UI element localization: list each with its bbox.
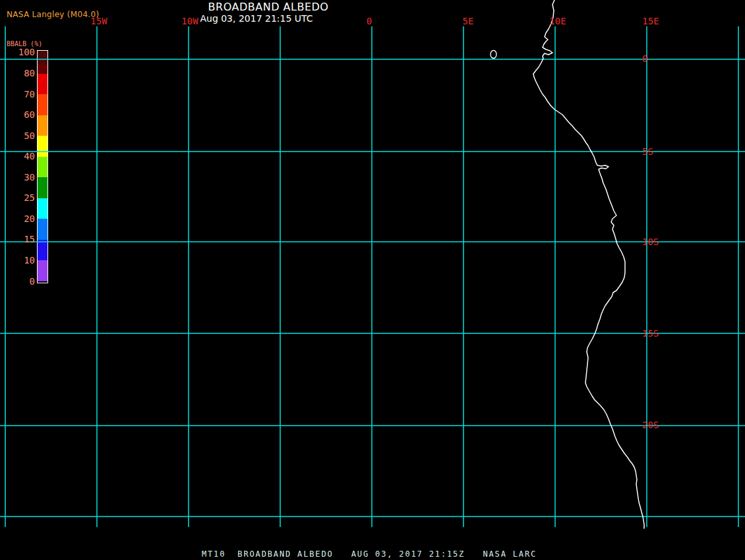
colorbar-tick-label: 80 xyxy=(11,69,35,78)
colorbar-tick-label: 40 xyxy=(11,152,35,161)
colorbar-tick-label: 50 xyxy=(11,131,35,141)
latitude-tick-label: 10S xyxy=(642,237,659,247)
albedo-map-view: NASA Langley (M04.0) BROADBAND ALBEDO Au… xyxy=(0,0,745,560)
colorbar-tick-label: 25 xyxy=(11,193,35,203)
colorbar-tick-label: 70 xyxy=(11,90,35,99)
colorbar-tick-label: 20 xyxy=(11,214,35,224)
colorbar-tick-label: 60 xyxy=(11,110,35,120)
longitude-tick-label: 15W xyxy=(90,16,107,26)
longitude-tick-label: 10E xyxy=(549,16,566,26)
latitude-tick-label: 5S xyxy=(642,146,653,157)
latitude-tick-label: 20S xyxy=(642,420,659,430)
colorbar-tick-label: 0 xyxy=(11,277,35,287)
colorbar-tick-label: 100 xyxy=(11,47,35,57)
latitude-tick-label: 15S xyxy=(642,328,659,339)
coastline-path xyxy=(533,0,644,528)
footer-caption: MT10 BROADBAND ALBEDO AUG 03, 2017 21:15… xyxy=(202,549,537,559)
longitude-tick-label: 5E xyxy=(463,16,474,26)
island-outline xyxy=(491,51,496,59)
colorbar-tick-label: 30 xyxy=(11,173,35,182)
colorbar-tick-label: 10 xyxy=(11,256,35,266)
longitude-tick-label: 10W xyxy=(181,16,198,26)
map-svg xyxy=(0,0,745,560)
latitude-tick-label: 0 xyxy=(642,53,647,64)
longitude-tick-label: 15E xyxy=(642,16,659,26)
longitude-tick-label: 0 xyxy=(367,16,372,26)
colorbar-tick-label: 15 xyxy=(11,235,35,244)
